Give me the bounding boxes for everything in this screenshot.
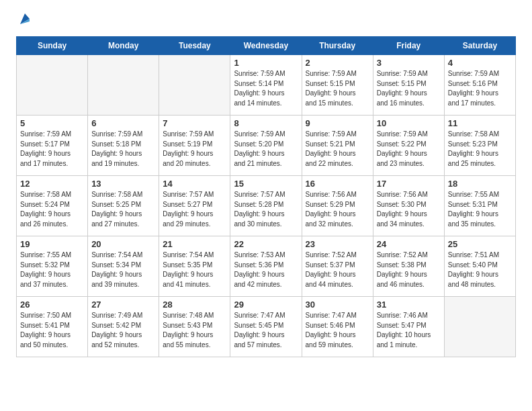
calendar-cell: 13Sunrise: 7:58 AM Sunset: 5:25 PM Dayli… xyxy=(88,176,159,236)
day-number: 16 xyxy=(306,179,369,189)
day-number: 8 xyxy=(234,118,298,128)
calendar-cell: 25Sunrise: 7:51 AM Sunset: 5:40 PM Dayli… xyxy=(444,236,515,297)
day-number: 3 xyxy=(377,58,441,68)
day-info: Sunrise: 7:59 AM Sunset: 5:15 PM Dayligh… xyxy=(377,69,441,108)
day-number: 28 xyxy=(163,300,226,310)
day-number: 5 xyxy=(20,118,84,128)
day-info: Sunrise: 7:46 AM Sunset: 5:47 PM Dayligh… xyxy=(377,311,441,350)
day-info: Sunrise: 7:57 AM Sunset: 5:27 PM Dayligh… xyxy=(163,190,226,229)
calendar-cell: 14Sunrise: 7:57 AM Sunset: 5:27 PM Dayli… xyxy=(159,176,230,236)
day-info: Sunrise: 7:51 AM Sunset: 5:40 PM Dayligh… xyxy=(448,250,512,289)
day-info: Sunrise: 7:47 AM Sunset: 5:46 PM Dayligh… xyxy=(306,311,369,350)
calendar-cell: 16Sunrise: 7:56 AM Sunset: 5:29 PM Dayli… xyxy=(302,176,373,236)
calendar-cell: 7Sunrise: 7:59 AM Sunset: 5:19 PM Daylig… xyxy=(159,116,230,176)
calendar-cell: 10Sunrise: 7:59 AM Sunset: 5:22 PM Dayli… xyxy=(373,116,444,176)
day-info: Sunrise: 7:49 AM Sunset: 5:42 PM Dayligh… xyxy=(91,311,155,350)
calendar-cell: 23Sunrise: 7:52 AM Sunset: 5:37 PM Dayli… xyxy=(302,236,373,297)
calendar-cell: 11Sunrise: 7:58 AM Sunset: 5:23 PM Dayli… xyxy=(444,116,515,176)
day-number: 11 xyxy=(448,118,512,128)
calendar-cell: 9Sunrise: 7:59 AM Sunset: 5:21 PM Daylig… xyxy=(302,116,373,176)
day-info: Sunrise: 7:52 AM Sunset: 5:37 PM Dayligh… xyxy=(306,250,369,289)
calendar-week-row: 19Sunrise: 7:55 AM Sunset: 5:32 PM Dayli… xyxy=(17,236,516,297)
calendar-cell xyxy=(88,55,159,116)
day-number: 7 xyxy=(163,118,226,128)
day-info: Sunrise: 7:47 AM Sunset: 5:45 PM Dayligh… xyxy=(234,311,298,350)
day-info: Sunrise: 7:48 AM Sunset: 5:43 PM Dayligh… xyxy=(163,311,226,350)
calendar-cell: 4Sunrise: 7:59 AM Sunset: 5:16 PM Daylig… xyxy=(444,55,515,116)
day-number: 22 xyxy=(234,239,298,249)
day-info: Sunrise: 7:55 AM Sunset: 5:32 PM Dayligh… xyxy=(20,250,84,289)
page: SundayMondayTuesdayWednesdayThursdayFrid… xyxy=(0,0,532,368)
day-number: 15 xyxy=(234,179,298,189)
calendar-header-monday: Monday xyxy=(88,37,159,55)
day-number: 4 xyxy=(448,58,512,68)
day-info: Sunrise: 7:54 AM Sunset: 5:35 PM Dayligh… xyxy=(163,250,226,289)
calendar-cell xyxy=(159,55,230,116)
calendar-header-friday: Friday xyxy=(373,37,444,55)
calendar-cell: 2Sunrise: 7:59 AM Sunset: 5:15 PM Daylig… xyxy=(302,55,373,116)
calendar-week-row: 1Sunrise: 7:59 AM Sunset: 5:14 PM Daylig… xyxy=(17,55,516,116)
calendar-week-row: 12Sunrise: 7:58 AM Sunset: 5:24 PM Dayli… xyxy=(17,176,516,236)
day-info: Sunrise: 7:59 AM Sunset: 5:19 PM Dayligh… xyxy=(163,130,226,169)
calendar-header-thursday: Thursday xyxy=(302,37,373,55)
day-number: 25 xyxy=(448,239,512,249)
day-info: Sunrise: 7:59 AM Sunset: 5:22 PM Dayligh… xyxy=(377,130,441,169)
day-info: Sunrise: 7:59 AM Sunset: 5:14 PM Dayligh… xyxy=(234,69,298,108)
calendar-cell: 8Sunrise: 7:59 AM Sunset: 5:20 PM Daylig… xyxy=(230,116,302,176)
calendar-cell: 27Sunrise: 7:49 AM Sunset: 5:42 PM Dayli… xyxy=(88,297,159,357)
day-number: 23 xyxy=(306,239,369,249)
calendar-week-row: 26Sunrise: 7:50 AM Sunset: 5:41 PM Dayli… xyxy=(17,297,516,357)
calendar-header-tuesday: Tuesday xyxy=(159,37,230,55)
day-info: Sunrise: 7:54 AM Sunset: 5:34 PM Dayligh… xyxy=(91,250,155,289)
calendar-cell: 15Sunrise: 7:57 AM Sunset: 5:28 PM Dayli… xyxy=(230,176,302,236)
day-number: 30 xyxy=(306,300,369,310)
calendar-cell: 28Sunrise: 7:48 AM Sunset: 5:43 PM Dayli… xyxy=(159,297,230,357)
calendar-header-row: SundayMondayTuesdayWednesdayThursdayFrid… xyxy=(17,37,516,55)
day-info: Sunrise: 7:59 AM Sunset: 5:20 PM Dayligh… xyxy=(234,130,298,169)
logo xyxy=(16,13,32,28)
day-number: 20 xyxy=(91,239,155,249)
calendar-cell: 17Sunrise: 7:56 AM Sunset: 5:30 PM Dayli… xyxy=(373,176,444,236)
calendar-cell: 1Sunrise: 7:59 AM Sunset: 5:14 PM Daylig… xyxy=(230,55,302,116)
logo-icon xyxy=(17,12,32,27)
day-info: Sunrise: 7:59 AM Sunset: 5:18 PM Dayligh… xyxy=(91,130,155,169)
calendar-cell: 30Sunrise: 7:47 AM Sunset: 5:46 PM Dayli… xyxy=(302,297,373,357)
header xyxy=(16,13,516,28)
day-info: Sunrise: 7:59 AM Sunset: 5:15 PM Dayligh… xyxy=(306,69,369,108)
calendar-cell: 24Sunrise: 7:52 AM Sunset: 5:38 PM Dayli… xyxy=(373,236,444,297)
day-info: Sunrise: 7:59 AM Sunset: 5:17 PM Dayligh… xyxy=(20,130,84,169)
day-number: 13 xyxy=(91,179,155,189)
calendar-header-sunday: Sunday xyxy=(17,37,88,55)
calendar-cell: 29Sunrise: 7:47 AM Sunset: 5:45 PM Dayli… xyxy=(230,297,302,357)
calendar-cell: 6Sunrise: 7:59 AM Sunset: 5:18 PM Daylig… xyxy=(88,116,159,176)
calendar-cell: 26Sunrise: 7:50 AM Sunset: 5:41 PM Dayli… xyxy=(17,297,88,357)
calendar-cell: 5Sunrise: 7:59 AM Sunset: 5:17 PM Daylig… xyxy=(17,116,88,176)
day-info: Sunrise: 7:56 AM Sunset: 5:30 PM Dayligh… xyxy=(377,190,441,229)
calendar-cell: 20Sunrise: 7:54 AM Sunset: 5:34 PM Dayli… xyxy=(88,236,159,297)
day-number: 14 xyxy=(163,179,226,189)
calendar-header-saturday: Saturday xyxy=(444,37,515,55)
day-number: 12 xyxy=(20,179,84,189)
calendar-cell xyxy=(17,55,88,116)
calendar-cell: 21Sunrise: 7:54 AM Sunset: 5:35 PM Dayli… xyxy=(159,236,230,297)
day-info: Sunrise: 7:58 AM Sunset: 5:24 PM Dayligh… xyxy=(20,190,84,229)
day-number: 10 xyxy=(377,118,441,128)
day-number: 19 xyxy=(20,239,84,249)
day-info: Sunrise: 7:58 AM Sunset: 5:25 PM Dayligh… xyxy=(91,190,155,229)
calendar-week-row: 5Sunrise: 7:59 AM Sunset: 5:17 PM Daylig… xyxy=(17,116,516,176)
day-number: 26 xyxy=(20,300,84,310)
day-info: Sunrise: 7:59 AM Sunset: 5:21 PM Dayligh… xyxy=(306,130,369,169)
day-info: Sunrise: 7:58 AM Sunset: 5:23 PM Dayligh… xyxy=(448,130,512,169)
day-number: 21 xyxy=(163,239,226,249)
day-number: 24 xyxy=(377,239,441,249)
calendar-cell: 31Sunrise: 7:46 AM Sunset: 5:47 PM Dayli… xyxy=(373,297,444,357)
calendar-cell: 19Sunrise: 7:55 AM Sunset: 5:32 PM Dayli… xyxy=(17,236,88,297)
day-number: 6 xyxy=(91,118,155,128)
calendar-cell: 12Sunrise: 7:58 AM Sunset: 5:24 PM Dayli… xyxy=(17,176,88,236)
day-number: 1 xyxy=(234,58,298,68)
day-info: Sunrise: 7:56 AM Sunset: 5:29 PM Dayligh… xyxy=(306,190,369,229)
day-number: 29 xyxy=(234,300,298,310)
day-info: Sunrise: 7:59 AM Sunset: 5:16 PM Dayligh… xyxy=(448,69,512,108)
day-number: 27 xyxy=(91,300,155,310)
calendar-cell xyxy=(444,297,515,357)
